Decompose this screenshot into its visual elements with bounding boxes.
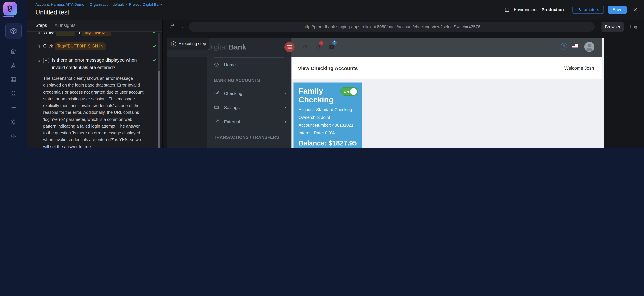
sidebar-item-label: Savings xyxy=(224,105,240,110)
bank-sidebar-item-deposit[interactable]: Deposit xyxy=(207,143,292,148)
account-balance: Balance: $1827.95 xyxy=(298,140,357,147)
sidebar-item-sliders[interactable] xyxy=(0,147,27,148)
bank-sidebar-item-checking[interactable]: Checking› xyxy=(207,86,292,100)
tab-steps[interactable]: Steps xyxy=(36,23,47,28)
step-selector-chip[interactable]: Tag="BUTTON" SIGN IN xyxy=(55,43,106,50)
sidebar-item-incognito[interactable] xyxy=(0,133,27,140)
toast-text: Executing step xyxy=(178,41,206,46)
pencil-icon xyxy=(214,91,219,96)
sidebar-item-list[interactable] xyxy=(0,104,27,111)
sidebar-item-grid[interactable] xyxy=(0,76,27,83)
step-row[interactable]: 5AIs there an error message displayed wh… xyxy=(27,53,162,74)
home-icon xyxy=(10,48,17,55)
step-text: Is there an error message displayed when… xyxy=(52,56,148,71)
account-card[interactable]: Family Checking ON Account: Standard Che… xyxy=(294,83,362,148)
step-row[interactable]: 4Click Tag="BUTTON" SIGN IN xyxy=(27,40,162,54)
environment-icon xyxy=(504,7,510,12)
bank-content-header: View Checking Accounts Welcome Josh xyxy=(292,57,602,79)
steps-panel: StepsAI insights 3Write ********* in Tag… xyxy=(27,19,162,148)
grid-icon xyxy=(10,76,17,83)
sidebar-item-home[interactable] xyxy=(0,48,27,55)
bank-logo[interactable]: Digital Bank xyxy=(207,43,246,51)
close-icon[interactable]: ✕ xyxy=(633,7,637,13)
sidebar-item-label: Home xyxy=(224,62,236,67)
chevron-right-icon: › xyxy=(285,105,286,110)
sidebar-item-label: Deposit xyxy=(224,148,239,148)
mail-badge: 0 xyxy=(332,40,337,45)
bank-sidebar-item-external[interactable]: External› xyxy=(207,115,292,129)
welcome-text: Welcome Josh xyxy=(564,66,594,71)
help-icon[interactable]: ? xyxy=(561,43,567,49)
page-scrollbar[interactable] xyxy=(602,38,604,148)
step-row[interactable]: 3Write ********* in Tag="INPUT" xyxy=(27,32,162,40)
bank-sidebar-section-header: TRANSACTIONS / TRANSFERS xyxy=(207,129,292,143)
account-line: Interest Rate: 0.0% xyxy=(298,131,357,135)
deposit-icon xyxy=(214,148,219,148)
ai-assertion-badge: A xyxy=(43,57,49,63)
bank-user-avatar[interactable] xyxy=(584,42,594,52)
environment-label: Environment xyxy=(514,7,538,12)
harness-logo-icon[interactable] xyxy=(3,2,17,15)
lock-icon xyxy=(170,22,175,27)
step-success-icon xyxy=(152,44,157,49)
sidebar-item-settings[interactable] xyxy=(0,119,27,126)
harness-sidebar: DC xyxy=(0,0,27,148)
breadcrumb-link[interactable]: Account: Harness AITA Demo xyxy=(36,2,84,6)
url-bar[interactable]: http://prod.dbank.staging-apps.relicx.ai… xyxy=(189,22,595,32)
bank-sidebar: HomeBANKING ACCOUNTSChecking›Savings›Ext… xyxy=(207,57,292,148)
bank-sidebar-item-home[interactable]: Home xyxy=(207,58,292,72)
external-icon xyxy=(214,119,219,124)
info-icon: i xyxy=(171,41,176,46)
step-success-icon xyxy=(152,32,157,35)
browser-forward-button[interactable]: → xyxy=(179,24,184,30)
page-title: Untitled test xyxy=(36,9,69,16)
sidebar-item-modules[interactable] xyxy=(6,23,22,39)
breadcrumb-link[interactable]: Organization: default xyxy=(90,2,124,6)
logo-accent-bar xyxy=(3,16,14,17)
account-card-title: Family Checking xyxy=(298,87,339,104)
chevron-right-icon: › xyxy=(285,120,286,124)
tab-log[interactable]: Log xyxy=(630,24,637,29)
sidebar-item-lab[interactable] xyxy=(0,62,27,69)
list-icon xyxy=(10,104,17,111)
bank-navbar: Digital Bank 0 0 ? xyxy=(167,38,602,57)
url-text: http://prod.dbank.staging-apps.relicx.ai… xyxy=(304,24,480,29)
bank-content: View Checking Accounts Welcome Josh Fami… xyxy=(292,57,602,148)
account-toggle[interactable]: ON xyxy=(340,87,358,96)
gear-icon xyxy=(10,119,17,126)
bank-menu-button[interactable] xyxy=(284,42,294,52)
save-button[interactable]: Save xyxy=(608,6,627,14)
sidebar-item-pipelines[interactable] xyxy=(0,90,27,97)
language-flag-icon[interactable] xyxy=(572,44,578,48)
bank-sidebar-item-savings[interactable]: Savings› xyxy=(207,100,292,115)
bank-page-title: View Checking Accounts xyxy=(298,65,358,71)
parameters-button[interactable]: Parameters xyxy=(573,6,604,14)
tab-browser[interactable]: Browser xyxy=(602,22,624,32)
step-value-chip[interactable]: ********* xyxy=(56,32,74,36)
toggle-knob xyxy=(350,88,357,95)
search-icon[interactable] xyxy=(302,44,309,50)
top-header: Account: Harness AITA Demo›Organization:… xyxy=(27,0,644,19)
pipelines-icon xyxy=(10,90,17,97)
step-selector-chip[interactable]: Tag="INPUT" xyxy=(82,32,111,36)
steps-scrollbar[interactable] xyxy=(158,33,160,148)
incognito-icon xyxy=(10,133,17,140)
steps-scrollbar-thumb[interactable] xyxy=(158,71,160,148)
breadcrumb[interactable]: Account: Harness AITA Demo›Organization:… xyxy=(36,2,162,6)
breadcrumb-separator: › xyxy=(86,2,87,6)
browser-viewport: Digital Bank 0 0 ? i Executing step Home… xyxy=(167,38,602,148)
step-ai-explanation: The screenshot clearly shows an error me… xyxy=(43,75,144,148)
account-line: Account: Standard Checking xyxy=(298,107,357,112)
step-success-icon xyxy=(152,57,157,62)
browser-panel: ← → http://prod.dbank.staging-apps.relic… xyxy=(162,19,644,148)
bank-sidebar-section-header: BANKING ACCOUNTS xyxy=(207,72,292,86)
chevron-right-icon: › xyxy=(285,91,286,95)
steps-tabbar: StepsAI insights xyxy=(27,19,162,32)
tab-ai-insights[interactable]: AI insights xyxy=(54,23,76,28)
step-text: Click Tag="BUTTON" SIGN IN xyxy=(43,43,106,50)
breadcrumb-separator: › xyxy=(126,2,127,6)
step-number: 5 xyxy=(36,56,40,64)
mail-icon[interactable] xyxy=(328,44,335,50)
step-text: Write ********* in Tag="INPUT" xyxy=(43,32,112,36)
breadcrumb-link[interactable]: Project: Digital Bank xyxy=(129,2,162,6)
